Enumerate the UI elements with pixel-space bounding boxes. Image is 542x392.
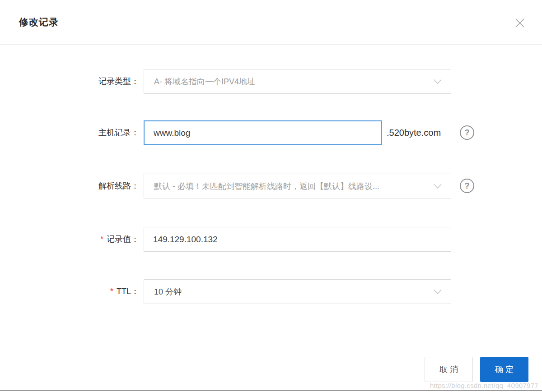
record-value-label: *记录值： [0,227,139,252]
record-value-label-text: 记录值： [107,235,139,244]
record-type-row: 记录类型： A- 将域名指向一个IPV4地址 [0,69,542,94]
question-glyph: ? [465,128,470,138]
cancel-button[interactable]: 取 消 [425,357,473,382]
page-title: 修改记录 [19,0,59,44]
question-glyph: ? [465,181,470,191]
ttl-label-text: TTL： [117,287,139,296]
domain-suffix: .520byte.com [387,120,441,145]
resolution-line-label: 解析线路： [0,174,139,198]
ttl-row: *TTL： 10 分钟 [0,279,542,304]
chevron-down-icon [434,184,442,189]
chevron-down-icon [434,79,442,84]
dialog-header: 修改记录 [0,0,542,45]
watermark: https://blog.csdn.net/qq_40907977 [430,382,538,389]
record-value-input[interactable] [144,227,451,252]
required-asterisk: * [100,235,103,244]
record-type-select[interactable]: A- 将域名指向一个IPV4地址 [144,69,451,94]
host-record-label: 主机记录： [0,120,139,145]
resolution-line-help-icon[interactable]: ? [460,179,474,193]
record-type-label: 记录类型： [0,69,139,94]
host-record-help-icon[interactable]: ? [460,125,474,140]
host-record-input[interactable] [144,120,382,145]
ttl-select[interactable]: 10 分钟 [144,279,451,304]
close-icon [514,18,525,28]
bottom-divider [0,390,542,391]
record-type-value: A- 将域名指向一个IPV4地址 [154,76,255,87]
ttl-value: 10 分钟 [154,286,182,297]
resolution-line-select[interactable]: 默认 - 必填！未匹配到智能解析线路时，返回【默认】线路设... [144,174,451,198]
confirm-button[interactable]: 确 定 [480,357,528,382]
ttl-label: *TTL： [0,279,139,304]
resolution-line-value: 默认 - 必填！未匹配到智能解析线路时，返回【默认】线路设... [154,181,379,192]
record-value-row: *记录值： [0,227,542,252]
close-button[interactable] [513,16,527,30]
resolution-line-row: 解析线路： 默认 - 必填！未匹配到智能解析线路时，返回【默认】线路设... ? [0,174,542,198]
chevron-down-icon [434,289,442,294]
modify-record-dialog: 修改记录 记录类型： A- 将域名指向一个IPV4地址 主机记录： .520by… [0,0,542,392]
host-record-row: 主机记录： .520byte.com ? [0,120,542,145]
required-asterisk: * [110,287,113,296]
